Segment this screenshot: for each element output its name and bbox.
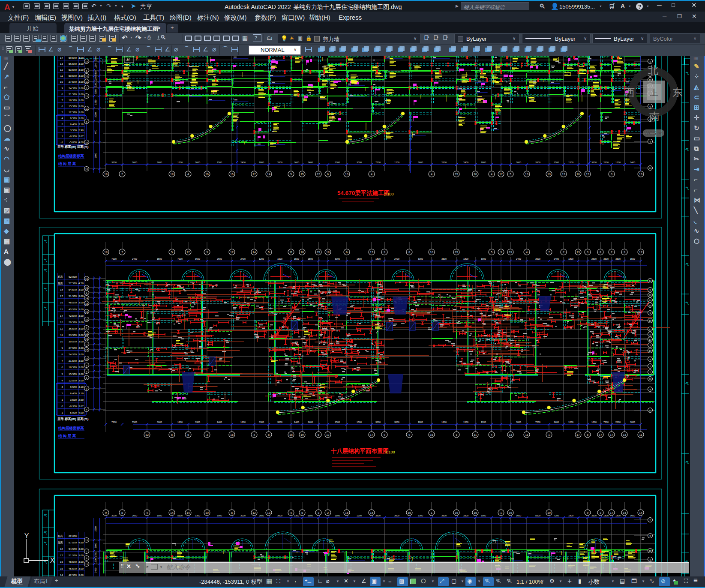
svg-text:5: 5 [491,251,492,254]
svg-text:48.570: 48.570 [69,301,77,304]
svg-text:5: 5 [510,173,511,176]
svg-text:4: 4 [290,511,292,514]
svg-text:5: 5 [268,433,270,436]
svg-text:1500: 1500 [335,514,340,517]
svg-text:9: 9 [62,346,63,349]
svg-text:气: 气 [685,186,689,190]
svg-text:4: 4 [650,358,651,361]
svg-text:12: 12 [85,333,88,335]
svg-text:1500: 1500 [308,258,313,260]
svg-text:12: 12 [252,511,256,514]
svg-text:4: 4 [431,173,432,176]
svg-text:2: 2 [62,129,63,132]
svg-text:气: 气 [685,263,689,267]
svg-text:3.00: 3.00 [78,346,84,349]
svg-text:3300: 3300 [615,258,621,260]
svg-text:1200: 1200 [481,421,486,423]
svg-text:标高: 标高 [57,534,63,538]
svg-text:1800: 1800 [615,514,621,517]
svg-text:11: 11 [474,433,477,436]
svg-text:西: 西 [624,87,635,98]
svg-text:19: 19 [649,304,651,307]
svg-text:6.400: 6.400 [70,123,77,126]
svg-text:10: 10 [649,167,651,170]
svg-text:12: 12 [230,251,234,254]
svg-text:7: 7 [86,87,87,89]
svg-text:8: 8 [408,251,410,254]
svg-text:-1: -1 [60,141,63,144]
svg-text:9: 9 [650,312,651,315]
svg-text:2.90: 2.90 [78,398,84,401]
svg-text:7200: 7200 [375,161,381,164]
svg-text:10: 10 [60,80,63,83]
svg-text:1: 1 [62,135,63,138]
svg-text:14: 14 [267,173,270,176]
svg-text:屋面: 屋面 [58,282,63,285]
svg-text:3300: 3300 [375,421,381,423]
svg-text:3.10: 3.10 [78,392,84,395]
svg-text:2400: 2400 [240,161,246,164]
svg-text:3600: 3600 [157,421,162,423]
svg-text:19: 19 [547,173,551,176]
svg-text:3000: 3000 [335,258,340,260]
svg-text:13: 13 [85,539,88,542]
svg-text:1800: 1800 [463,258,468,260]
svg-text:3.67: 3.67 [78,135,84,138]
svg-text:3: 3 [587,251,588,254]
svg-text:9.570: 9.570 [70,117,77,120]
svg-text:3.00: 3.00 [78,327,84,330]
svg-text:9: 9 [408,433,410,436]
svg-text:15: 15 [345,511,348,514]
svg-text:4.50: 4.50 [78,282,84,285]
svg-text:结构层楼面标高: 结构层楼面标高 [58,154,84,158]
svg-text:气: 气 [685,72,689,75]
svg-text:16: 16 [85,75,88,78]
svg-text:17: 17 [186,251,190,254]
svg-text:WCS: WCS [644,130,656,136]
svg-text:18: 18 [649,550,651,552]
svg-text:5: 5 [650,289,651,291]
svg-text:1200: 1200 [177,421,183,423]
svg-text:18: 18 [104,251,108,254]
svg-text:3600: 3600 [441,514,447,517]
svg-text:3000: 3000 [240,514,246,517]
svg-text:6.400: 6.400 [70,392,77,395]
svg-text:1800: 1800 [568,258,573,260]
svg-text:8: 8 [600,251,601,254]
svg-text:56.570: 56.570 [69,62,77,65]
svg-text:15: 15 [60,308,63,311]
svg-text:7200: 7200 [111,258,117,260]
svg-text:5: 5 [301,511,303,514]
svg-text:4: 4 [526,251,528,254]
svg-text:13: 13 [649,339,651,341]
svg-text:10: 10 [345,173,348,176]
svg-text:4: 4 [62,117,63,120]
svg-text:气: 气 [685,148,689,152]
svg-text:1800: 1800 [418,421,423,423]
svg-text:-0.300: -0.300 [69,135,77,138]
svg-text:54.570: 54.570 [69,547,77,550]
svg-text:3300: 3300 [259,421,264,423]
svg-text:18.570: 18.570 [69,99,77,102]
svg-text:3: 3 [611,173,612,176]
svg-text:18: 18 [649,378,651,381]
svg-text:3.00: 3.00 [78,80,84,83]
svg-text:1500: 1500 [157,514,162,517]
svg-text:13: 13 [639,173,642,176]
svg-text:气: 气 [685,382,689,386]
svg-text:1800: 1800 [357,258,362,260]
svg-text:气: 气 [44,288,47,291]
svg-text:3300: 3300 [111,161,117,164]
svg-text:2400: 2400 [240,258,246,260]
svg-text:5500: 5500 [535,514,540,517]
svg-text:24.570: 24.570 [69,353,77,356]
svg-text:1: 1 [62,398,63,401]
svg-text:15: 15 [85,95,88,98]
svg-text:4: 4 [62,379,63,382]
svg-text:21.570: 21.570 [69,359,77,362]
svg-text:3.00: 3.00 [78,111,84,114]
svg-text:3000: 3000 [516,161,521,164]
svg-text:5800: 5800 [94,543,97,548]
svg-text:4: 4 [650,141,651,143]
svg-text:62.000: 62.000 [69,275,77,278]
